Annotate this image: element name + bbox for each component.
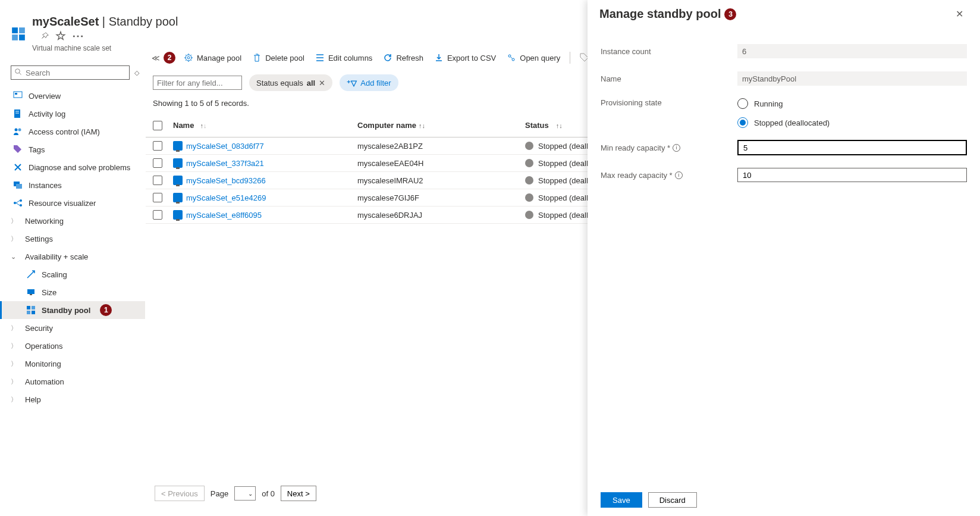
chevron-right-icon: 〉	[11, 324, 19, 333]
standby-pool-icon	[26, 305, 36, 315]
computer-name-cell: myscalese2AB1PZ	[357, 142, 525, 151]
sidebar-item-overview[interactable]: Overview	[0, 87, 145, 105]
next-page-button[interactable]: Next >	[281, 486, 316, 501]
pin-icon[interactable]	[41, 29, 49, 43]
svg-line-33	[511, 57, 512, 58]
diagnose-icon	[13, 162, 23, 172]
chevron-right-icon: 〉	[11, 234, 19, 243]
status-dot-icon	[525, 142, 533, 150]
instance-link[interactable]: myScaleSet_083d6f77	[186, 142, 264, 151]
sidebar-item-diagnose[interactable]: Diagnose and solve problems	[0, 158, 145, 176]
svg-point-4	[15, 68, 20, 73]
select-all-checkbox[interactable]	[153, 121, 162, 130]
svg-rect-8	[14, 110, 20, 118]
svg-rect-24	[27, 311, 30, 314]
page-select[interactable]: ⌄	[234, 486, 256, 501]
vm-icon	[173, 158, 183, 168]
svg-line-19	[16, 203, 20, 205]
sidebar-item-resource-visualizer[interactable]: Resource visualizer	[0, 194, 145, 212]
callout-badge-2: 2	[164, 52, 175, 64]
more-icon[interactable]: ⋯	[72, 29, 84, 43]
sidebar-item-settings[interactable]: 〉Settings	[0, 230, 145, 248]
instance-link[interactable]: myScaleSet_bcd93266	[186, 176, 266, 185]
sidebar-item-instances[interactable]: Instances	[0, 176, 145, 194]
sidebar-item-automation[interactable]: 〉Automation	[0, 373, 145, 390]
close-panel-button[interactable]: ✕	[951, 6, 968, 22]
delete-pool-button[interactable]: Delete pool	[247, 49, 309, 66]
radio-stopped-deallocated[interactable]: Stopped (deallocated)	[737, 117, 967, 128]
instance-link[interactable]: myScaleSet_337f3a21	[186, 159, 264, 168]
callout-badge-1: 1	[100, 304, 112, 316]
row-checkbox[interactable]	[153, 176, 162, 185]
chevron-right-icon: 〉	[11, 217, 19, 226]
svg-rect-21	[30, 294, 32, 295]
instance-count-field	[737, 44, 967, 58]
sidebar-item-availability-scale[interactable]: ⌄Availability + scale	[0, 248, 145, 265]
collapse-search-icon[interactable]: ◇	[134, 69, 139, 77]
info-icon[interactable]: i	[673, 144, 680, 152]
vm-icon	[173, 210, 183, 220]
pool-name-field	[737, 71, 967, 86]
chevron-right-icon: 〉	[11, 342, 19, 351]
instance-link[interactable]: myScaleSet_e8ff6095	[186, 211, 262, 220]
add-filter-button[interactable]: ⁺▽ Add filter	[340, 74, 398, 91]
row-checkbox[interactable]	[153, 193, 162, 202]
sidebar-item-security[interactable]: 〉Security	[0, 319, 145, 337]
favorite-icon[interactable]: ☆	[55, 29, 66, 43]
gear-icon	[184, 53, 193, 62]
vm-icon	[173, 193, 183, 202]
instance-count-label: Instance count	[601, 47, 737, 56]
sidebar-item-help[interactable]: 〉Help	[0, 390, 145, 408]
download-icon	[434, 53, 444, 62]
remove-filter-icon[interactable]: ✕	[319, 79, 325, 87]
query-icon	[507, 53, 516, 62]
row-checkbox[interactable]	[153, 210, 162, 220]
prev-page-button[interactable]: < Previous	[155, 486, 205, 501]
sidebar-item-tags[interactable]: Tags	[0, 140, 145, 158]
save-button[interactable]: Save	[601, 492, 642, 508]
max-ready-capacity-label: Max ready capacity *i	[601, 171, 737, 180]
manage-pool-button[interactable]: Manage pool	[179, 49, 246, 66]
discard-button[interactable]: Discard	[648, 492, 697, 508]
chevron-down-icon: ⌄	[11, 253, 19, 261]
column-header-computer[interactable]: Computer name↑↓	[357, 121, 525, 130]
min-ready-capacity-input[interactable]	[737, 140, 967, 155]
sidebar-item-access-control[interactable]: Access control (IAM)	[0, 123, 145, 140]
filter-pill-status[interactable]: Status equals all✕	[249, 74, 332, 91]
sidebar-search[interactable]	[11, 65, 130, 80]
overview-icon	[13, 91, 23, 101]
collapse-sidebar-icon[interactable]: ≪	[152, 54, 162, 62]
computer-name-cell: myscalese7GIJ6F	[357, 193, 525, 202]
max-ready-capacity-input[interactable]	[737, 168, 967, 182]
computer-name-cell: myscaleseEAE04H	[357, 159, 525, 168]
svg-point-11	[15, 129, 18, 132]
sidebar-search-input[interactable]	[26, 68, 125, 77]
edit-columns-button[interactable]: Edit columns	[310, 49, 377, 66]
log-icon	[13, 109, 23, 118]
sidebar-item-operations[interactable]: 〉Operations	[0, 337, 145, 355]
sidebar-item-standby-pool[interactable]: Standby pool1	[0, 301, 145, 319]
instance-link[interactable]: myScaleSet_e51e4269	[186, 193, 266, 202]
chevron-right-icon: 〉	[11, 377, 19, 386]
filter-input[interactable]	[153, 76, 242, 90]
svg-point-32	[512, 58, 514, 61]
status-dot-icon	[525, 211, 533, 219]
sidebar-item-monitoring[interactable]: 〉Monitoring	[0, 355, 145, 373]
column-header-name[interactable]: Name↑↓	[173, 121, 357, 130]
svg-rect-1	[19, 27, 25, 33]
radio-running[interactable]: Running	[737, 98, 967, 109]
toolbar-separator	[570, 52, 570, 64]
row-checkbox[interactable]	[153, 158, 162, 168]
sidebar-item-scaling[interactable]: Scaling	[0, 265, 145, 283]
refresh-button[interactable]: Refresh	[378, 49, 428, 66]
sidebar-item-activity-log[interactable]: Activity log	[0, 105, 145, 123]
sidebar-item-networking[interactable]: 〉Networking	[0, 212, 145, 230]
row-checkbox[interactable]	[153, 141, 162, 151]
sidebar-item-size[interactable]: Size	[0, 283, 145, 301]
resource-name: myScaleSet	[32, 15, 99, 28]
columns-icon	[315, 53, 325, 62]
info-icon[interactable]: i	[675, 171, 683, 179]
export-csv-button[interactable]: Export to CSV	[429, 49, 501, 66]
open-query-button[interactable]: Open query	[502, 49, 565, 66]
svg-rect-14	[16, 184, 22, 189]
